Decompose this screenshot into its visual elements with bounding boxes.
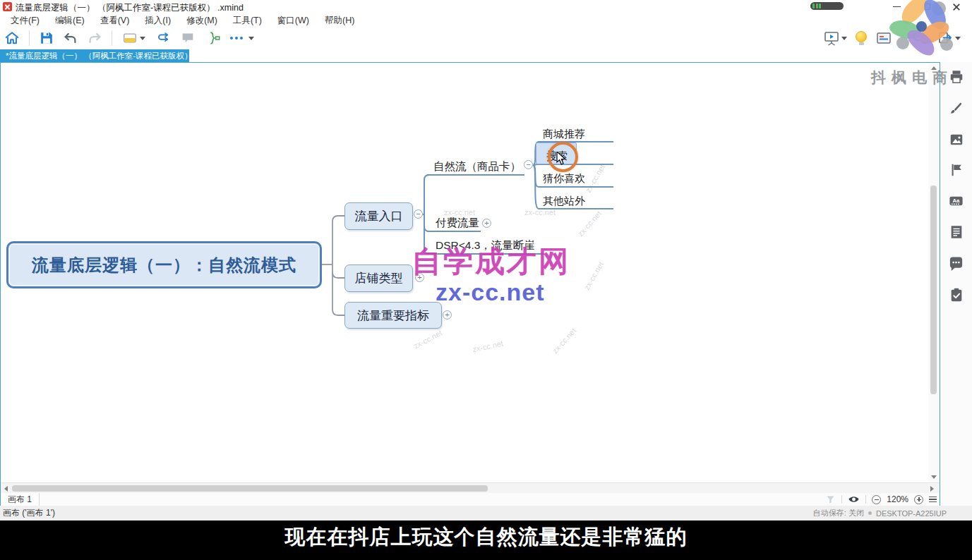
zoom-out-button[interactable] [872, 495, 881, 504]
topic-other-offsite[interactable]: 其他站外 [543, 195, 585, 208]
collapse-toggle[interactable]: − [524, 160, 533, 169]
editor-frame: zx-cc.net zx-cc.net zx-cc.net zx-cc.net … [0, 62, 940, 506]
menu-tools[interactable]: 工具(T) [225, 14, 270, 27]
notes-icon [949, 224, 964, 240]
save-icon [39, 30, 54, 46]
maximize-button[interactable] [916, 0, 938, 13]
label-panel-button[interactable]: Aa [948, 193, 964, 209]
zoom-menu-button[interactable] [929, 497, 937, 503]
menu-edit[interactable]: 编辑(E) [47, 14, 92, 27]
collapse-toggle[interactable]: + [443, 310, 452, 319]
summary-icon [205, 30, 222, 46]
status-bar: 画布 ('画布 1') 自动保存: 关闭 DESKTOP-A225IUP [0, 506, 972, 521]
notes-panel-button[interactable] [948, 224, 964, 240]
topic-natural-flow[interactable]: 自然流（商品卡） [433, 159, 521, 174]
status-dot-icon [868, 511, 872, 515]
collapse-toggle[interactable]: − [414, 209, 423, 219]
menu-help[interactable]: 帮助(H) [317, 14, 362, 27]
share-button[interactable] [932, 28, 965, 48]
undo-icon [63, 30, 78, 46]
document-tab-bar: *流量底层逻辑（一） （阿枫工作室-课程已获版权） [0, 49, 972, 62]
watermark-small: zx-cc.net [524, 208, 556, 217]
topic-guess-you-like[interactable]: 猜你喜欢 [543, 172, 585, 185]
active-document-tab[interactable]: *流量底层逻辑（一） （阿枫工作室-课程已获版权） [0, 49, 189, 62]
home-icon [4, 30, 20, 46]
separator [865, 495, 866, 504]
presentation-button[interactable] [819, 28, 851, 48]
status-sheet-info: 画布 ('画布 1') [0, 507, 55, 519]
more-tools-button[interactable] [226, 28, 258, 48]
undo-button[interactable] [59, 28, 83, 48]
eye-icon[interactable] [848, 494, 860, 504]
battery-indicator [810, 2, 844, 10]
chevron-down-icon[interactable] [140, 37, 145, 40]
relationship-button[interactable] [150, 28, 175, 48]
chevron-down-icon[interactable] [841, 37, 847, 40]
menu-window[interactable]: 窗口(W) [270, 14, 317, 27]
toolbar-separator [112, 30, 112, 46]
comments-panel-button[interactable] [948, 255, 964, 272]
relationship-icon [154, 30, 171, 46]
menu-insert[interactable]: 插入(I) [137, 14, 179, 27]
panel-icon [875, 30, 892, 47]
magnifier-icon [911, 30, 928, 47]
toolbar-separator [29, 30, 30, 46]
horizontal-scrollbar[interactable] [1, 482, 940, 493]
vertical-scroll-thumb[interactable] [930, 185, 937, 394]
minimize-button[interactable] [885, 0, 908, 13]
insert-topic-button[interactable] [117, 28, 150, 48]
save-button[interactable] [35, 28, 59, 48]
topic-traffic-metrics[interactable]: 流量重要指标 [344, 302, 442, 329]
tips-button[interactable] [851, 28, 871, 48]
sheet-bar-controls: 120% [825, 493, 937, 506]
scroll-right-icon[interactable] [930, 486, 934, 492]
close-button[interactable] [945, 0, 968, 13]
menu-file[interactable]: 文件(F) [3, 14, 47, 27]
redo-icon [87, 30, 102, 46]
svg-text:Aa: Aa [953, 197, 961, 204]
zoom-in-button[interactable] [914, 495, 923, 504]
horizontal-scroll-thumb[interactable] [12, 485, 488, 492]
mindmap-canvas[interactable]: zx-cc.net zx-cc.net zx-cc.net zx-cc.net … [1, 63, 940, 482]
chevron-down-icon[interactable] [248, 37, 254, 40]
menu-bar: 文件(F) 编辑(E) 查看(V) 插入(I) 修改(M) 工具(T) 窗口(W… [0, 14, 972, 27]
sheet-tab-canvas1[interactable]: 画布 1 [1, 493, 40, 506]
status-right: 自动保存: 关闭 DESKTOP-A225IUP [813, 506, 947, 521]
autosave-status: 自动保存: 关闭 [813, 508, 864, 518]
separator [841, 495, 842, 504]
central-topic[interactable]: 流量底层逻辑（一）：自然流模式 [6, 241, 322, 288]
chevron-down-icon[interactable] [955, 37, 961, 40]
flag-icon [949, 162, 964, 178]
topic-mall-recommend[interactable]: 商城推荐 [543, 128, 585, 141]
menu-view[interactable]: 查看(V) [92, 14, 138, 27]
home-button[interactable] [0, 28, 24, 48]
label-aa-icon: Aa [948, 193, 964, 209]
clipboard-check-icon [949, 287, 964, 303]
topic-traffic-entry[interactable]: 流量入口 [344, 202, 413, 230]
menu-modify[interactable]: 修改(M) [179, 14, 225, 27]
scroll-down-icon[interactable] [931, 475, 937, 479]
device-name: DESKTOP-A225IUP [876, 509, 947, 518]
collapse-toggle[interactable]: + [482, 219, 491, 228]
zoom-level: 120% [887, 494, 908, 504]
callout-button[interactable] [175, 28, 200, 48]
toolbar-right [819, 27, 972, 49]
tab-label: *流量底层逻辑（一） （阿枫工作室-课程已获版权） [6, 51, 193, 61]
format-panel-button[interactable] [948, 99, 964, 116]
image-panel-button[interactable] [948, 131, 964, 147]
filter-icon[interactable] [825, 494, 836, 505]
presentation-icon [823, 30, 840, 47]
scroll-left-icon[interactable] [4, 486, 8, 492]
panel-button[interactable] [871, 28, 896, 48]
vertical-scrollbar[interactable] [928, 63, 939, 482]
summary-button[interactable] [200, 28, 226, 48]
redo-button[interactable] [83, 28, 107, 48]
topic-paid-traffic[interactable]: 付费流量 [436, 216, 479, 231]
zoom-button[interactable] [907, 28, 932, 48]
image-icon [949, 132, 964, 147]
topic-shop-type[interactable]: 店铺类型 [344, 264, 413, 292]
tasks-panel-button[interactable] [948, 286, 964, 303]
marker-panel-button[interactable] [948, 162, 964, 178]
window-title: 流量底层逻辑（一） （阿枫工作室-课程已获版权） .xmind [16, 2, 244, 14]
xmind-app-icon [3, 2, 12, 11]
